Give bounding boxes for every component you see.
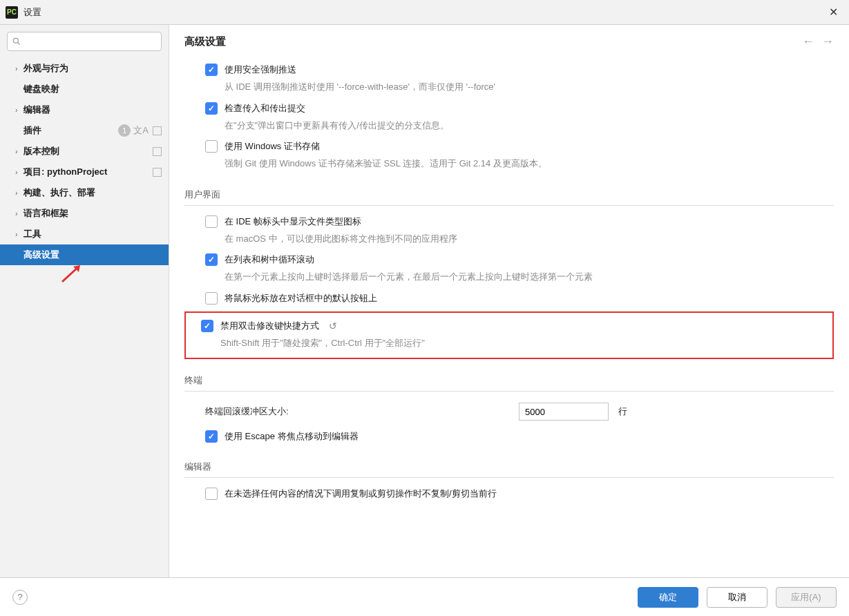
terminal-scrollback-row: 终端回滚缓冲区大小:行 <box>184 396 834 425</box>
footer: ? 确定 取消 应用(A) <box>0 577 849 616</box>
content-panel: 使用安全强制推送从 IDE 调用强制推送时使用 '--force-with-le… <box>169 58 849 577</box>
sidebar-item-3[interactable]: 插件1文A <box>0 120 169 141</box>
nav-forward-icon[interactable]: → <box>821 35 834 49</box>
checkbox[interactable] <box>205 102 218 115</box>
sidebar-item-9[interactable]: 高级设置 <box>0 244 169 265</box>
sidebar-item-label: 工具 <box>23 228 162 240</box>
setting-description: 在 macOS 中，可以使用此图标将文件拖到不同的应用程序 <box>225 232 834 246</box>
setting-label[interactable]: 使用 Escape 将焦点移动到编辑器 <box>225 430 359 443</box>
nav-back-icon[interactable]: ← <box>802 35 814 49</box>
setting-item: 禁用双击修改键快捷方式↺Shift-Shift 用于"随处搜索"，Ctrl-Ct… <box>184 311 834 360</box>
chevron-right-icon: › <box>15 64 23 73</box>
sidebar-item-label: 插件 <box>23 124 118 137</box>
checkbox[interactable] <box>205 488 218 500</box>
setting-description: 强制 Git 使用 Windows 证书存储来验证 SSL 连接。适用于 Git… <box>225 157 834 171</box>
sidebar-item-7[interactable]: ›语言和框架 <box>0 203 169 224</box>
ok-button[interactable]: 确定 <box>638 587 698 608</box>
setting-label[interactable]: 使用 Windows 证书存储 <box>225 140 320 153</box>
content-header: 高级设置 ← → <box>169 25 849 58</box>
search-input[interactable] <box>7 32 162 51</box>
sidebar: ›外观与行为键盘映射›编辑器插件1文A›版本控制›项目: pythonProje… <box>0 25 169 577</box>
setting-label[interactable]: 在列表和树中循环滚动 <box>225 253 314 266</box>
chevron-right-icon: › <box>15 189 23 197</box>
page-title: 高级设置 <box>184 35 226 48</box>
setting-item: 在 IDE 帧标头中显示文件类型图标在 macOS 中，可以使用此图标将文件拖到… <box>184 210 834 249</box>
setting-description: 在"分支"弹出窗口中更新具有传入/传出提交的分支信息。 <box>225 119 834 133</box>
checkbox[interactable] <box>205 430 218 443</box>
setting-item: 在列表和树中循环滚动在第一个元素上按向上键时选择最后一个元素，在最后一个元素上按… <box>184 248 834 287</box>
setting-label[interactable]: 在 IDE 帧标头中显示文件类型图标 <box>225 215 361 228</box>
setting-item: 将鼠标光标放在对话框中的默认按钮上 <box>184 287 834 307</box>
checkbox[interactable] <box>205 64 218 76</box>
sidebar-item-8[interactable]: ›工具 <box>0 224 169 244</box>
sidebar-item-2[interactable]: ›编辑器 <box>0 99 169 120</box>
project-scope-icon <box>153 168 162 177</box>
chevron-right-icon: › <box>15 147 23 155</box>
svg-point-0 <box>13 38 18 43</box>
close-icon[interactable]: ✕ <box>823 3 843 21</box>
project-scope-icon <box>153 147 162 156</box>
update-badge: 1 <box>118 124 131 137</box>
window-title: 设置 <box>23 6 823 19</box>
annotation-arrow-icon <box>61 264 88 283</box>
setting-item: 检查传入和传出提交在"分支"弹出窗口中更新具有传入/传出提交的分支信息。 <box>184 97 834 135</box>
group-title: 编辑器 <box>184 461 834 478</box>
sidebar-item-5[interactable]: ›项目: pythonProject <box>0 162 169 182</box>
globe-icon: 文A <box>133 124 149 137</box>
sidebar-item-4[interactable]: ›版本控制 <box>0 141 169 162</box>
setting-item: 使用安全强制推送从 IDE 调用强制推送时使用 '--force-with-le… <box>184 58 834 97</box>
sidebar-item-label: 构建、执行、部署 <box>23 186 162 199</box>
number-suffix: 行 <box>618 405 627 418</box>
sidebar-item-label: 编辑器 <box>23 104 162 116</box>
setting-label[interactable]: 检查传入和传出提交 <box>225 102 305 115</box>
setting-label[interactable]: 使用安全强制推送 <box>225 64 296 76</box>
group-title: 终端 <box>184 374 834 392</box>
checkbox[interactable] <box>201 320 213 332</box>
setting-label[interactable]: 将鼠标光标放在对话框中的默认按钮上 <box>225 292 377 305</box>
checkbox[interactable] <box>205 140 218 153</box>
chevron-right-icon: › <box>15 230 23 238</box>
setting-item: 在未选择任何内容的情况下调用复制或剪切操作时不复制/剪切当前行 <box>184 482 834 503</box>
setting-label[interactable]: 禁用双击修改键快捷方式 <box>220 320 319 332</box>
chevron-right-icon: › <box>15 209 23 218</box>
setting-description: Shift-Shift 用于"随处搜索"，Ctrl-Ctrl 用于"全部运行" <box>220 336 827 350</box>
setting-label[interactable]: 在未选择任何内容的情况下调用复制或剪切操作时不复制/剪切当前行 <box>225 488 497 500</box>
setting-item: 使用 Windows 证书存储强制 Git 使用 Windows 证书存储来验证… <box>184 135 834 173</box>
settings-tree: ›外观与行为键盘映射›编辑器插件1文A›版本控制›项目: pythonProje… <box>0 58 169 577</box>
reset-icon[interactable]: ↺ <box>329 320 337 331</box>
checkbox[interactable] <box>205 215 218 228</box>
sidebar-item-label: 键盘映射 <box>23 83 162 95</box>
search-field[interactable] <box>24 37 157 47</box>
setting-description: 在第一个元素上按向上键时选择最后一个元素，在最后一个元素上按向上键时选择第一个元… <box>225 270 834 284</box>
chevron-right-icon: › <box>15 106 23 114</box>
sidebar-item-label: 高级设置 <box>23 249 162 261</box>
setting-item: 使用 Escape 将焦点移动到编辑器 <box>184 425 834 445</box>
sidebar-item-0[interactable]: ›外观与行为 <box>0 58 169 79</box>
terminal-scrollback-input[interactable] <box>519 403 609 421</box>
help-icon[interactable]: ? <box>12 590 28 605</box>
sidebar-item-label: 外观与行为 <box>23 62 162 75</box>
checkbox[interactable] <box>205 253 218 266</box>
chevron-right-icon: › <box>15 168 23 176</box>
sidebar-item-1[interactable]: 键盘映射 <box>0 79 169 99</box>
sidebar-item-6[interactable]: ›构建、执行、部署 <box>0 182 169 203</box>
svg-line-1 <box>18 43 20 45</box>
group-title: 用户界面 <box>184 189 834 206</box>
apply-button[interactable]: 应用(A) <box>776 587 837 608</box>
setting-description: 从 IDE 调用强制推送时使用 '--force-with-lease'，而非仅… <box>225 80 834 94</box>
titlebar: PC 设置 ✕ <box>0 0 849 25</box>
app-icon: PC <box>6 6 18 19</box>
checkbox[interactable] <box>205 292 218 305</box>
sidebar-item-label: 语言和框架 <box>23 207 162 220</box>
project-scope-icon <box>153 126 162 135</box>
number-label: 终端回滚缓冲区大小: <box>205 405 509 418</box>
cancel-button[interactable]: 取消 <box>707 587 767 608</box>
search-icon <box>12 37 21 46</box>
sidebar-item-label: 版本控制 <box>23 145 149 157</box>
sidebar-item-label: 项目: pythonProject <box>23 166 149 178</box>
